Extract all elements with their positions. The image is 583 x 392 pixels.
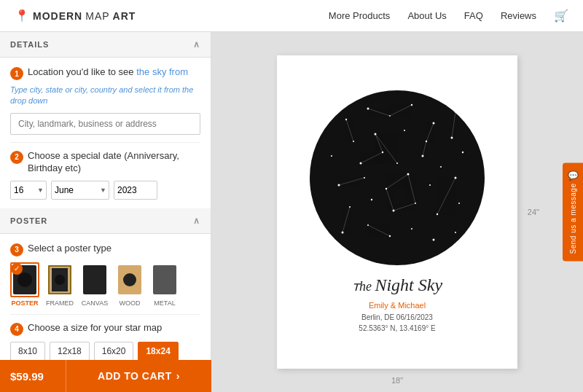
svg-point-46 xyxy=(455,232,456,233)
location-input[interactable] xyxy=(10,113,200,135)
poster-type-canvas-img xyxy=(80,262,109,297)
svg-line-60 xyxy=(343,207,350,232)
main-nav: More Products About Us FAQ Reviews 🛒 xyxy=(329,9,568,23)
details-section-header[interactable]: DETAILS ∧ xyxy=(0,32,211,58)
step2-number: 2 xyxy=(10,151,23,164)
svg-point-44 xyxy=(411,228,412,230)
svg-line-49 xyxy=(375,134,397,163)
poster-type-wood-label: WOOD xyxy=(120,299,141,307)
svg-line-61 xyxy=(368,225,390,236)
svg-point-36 xyxy=(371,199,372,200)
logo-text-modern: MODERN xyxy=(33,10,82,22)
poster-type-canvas-label: CANVAS xyxy=(82,299,108,307)
svg-line-52 xyxy=(423,141,426,156)
svg-point-28 xyxy=(462,152,463,153)
left-panel: DETAILS ∧ 1 Location you'd like to see t… xyxy=(0,32,211,392)
poster-mini-canvas xyxy=(83,265,106,294)
svg-line-54 xyxy=(386,174,408,189)
add-to-cart-arrow: › xyxy=(176,370,180,382)
svg-line-50 xyxy=(361,152,383,163)
location-hint: Type city, state or city, country and se… xyxy=(10,85,200,107)
poster-mini-framed-inner xyxy=(52,268,68,291)
svg-line-59 xyxy=(437,178,455,214)
poster-type-poster[interactable]: ✓ POSTER xyxy=(10,262,39,307)
poster-title-text: ᴛhe Night Sky xyxy=(352,275,442,295)
step3-number: 3 xyxy=(10,243,23,256)
main-layout: DETAILS ∧ 1 Location you'd like to see t… xyxy=(0,32,583,392)
poster-mini-circle xyxy=(17,273,32,287)
step3-text: Select a poster type xyxy=(28,243,111,255)
step1-label: 1 Location you'd like to see the sky fro… xyxy=(10,66,200,80)
svg-line-51 xyxy=(375,134,383,152)
poster-preview: ᴛhe Night Sky Emily & Michael Berlin, DE… xyxy=(277,55,517,369)
poster-title-night-sky: Night Sky xyxy=(375,275,442,294)
svg-point-27 xyxy=(440,166,442,168)
svg-line-58 xyxy=(339,178,364,185)
constellation-svg xyxy=(310,90,485,265)
poster-mini-wood xyxy=(118,265,141,294)
header: 📍 MODERN MAP ART More Products About Us … xyxy=(0,0,583,32)
day-select[interactable]: 16 xyxy=(10,181,47,200)
chat-sidebar[interactable]: 💬 Send us a message xyxy=(563,163,583,262)
poster-type-wood-img xyxy=(115,262,144,297)
step2-text: Choose a special date (Anniversary, Birt… xyxy=(28,150,200,175)
svg-point-33 xyxy=(429,184,431,186)
size-18x24[interactable]: 18x24 xyxy=(138,342,178,361)
month-select-wrap: June ▼ xyxy=(51,181,109,200)
nav-reviews[interactable]: Reviews xyxy=(501,10,536,21)
chat-icon: 💬 xyxy=(568,170,579,181)
step4-number: 4 xyxy=(10,323,23,336)
poster-subtitle-name: Emily & Michael xyxy=(369,299,426,312)
svg-line-63 xyxy=(452,112,455,138)
size-8x10[interactable]: 8x10 xyxy=(10,342,45,361)
svg-line-56 xyxy=(394,203,415,211)
poster-type-wood[interactable]: WOOD xyxy=(115,262,144,307)
svg-point-45 xyxy=(433,239,435,241)
step1-text: Location you'd like to see the sky from xyxy=(28,66,188,79)
nav-faq[interactable]: FAQ xyxy=(464,10,483,21)
add-to-cart-button[interactable]: ADD TO CART › xyxy=(66,360,211,392)
cart-icon[interactable]: 🛒 xyxy=(554,9,568,23)
nav-about-us[interactable]: About Us xyxy=(407,10,446,21)
poster-subtitle-location: Berlin, DE 06/16/2023 xyxy=(361,312,433,323)
svg-line-57 xyxy=(408,174,415,203)
poster-title-the: ᴛhe xyxy=(352,279,375,294)
day-select-wrap: 16 ▼ xyxy=(10,181,47,200)
poster-type-framed[interactable]: FRAMED xyxy=(45,262,74,307)
right-panel: ᴛhe Night Sky Emily & Michael Berlin, DE… xyxy=(211,32,583,392)
step1-number: 1 xyxy=(10,67,23,80)
wood-mini-circle xyxy=(123,273,136,286)
chat-label: Send us a message xyxy=(569,184,577,254)
svg-line-62 xyxy=(346,119,353,141)
poster-type-metal-img xyxy=(150,262,179,297)
price-bar: $59.99 ADD TO CART › xyxy=(0,360,211,392)
size-12x18[interactable]: 12x18 xyxy=(50,342,90,361)
details-section-body: 1 Location you'd like to see the sky fro… xyxy=(0,58,211,208)
dimension-height-label: 24" xyxy=(528,208,539,216)
poster-types: ✓ POSTER xyxy=(10,262,200,307)
poster-type-poster-label: POSTER xyxy=(11,299,38,307)
poster-type-poster-img: ✓ xyxy=(10,262,39,297)
svg-line-47 xyxy=(368,109,390,116)
poster-mini-metal xyxy=(153,265,176,294)
poster-type-metal[interactable]: METAL xyxy=(150,262,179,307)
svg-line-55 xyxy=(386,189,394,211)
poster-subtitle-coords: 52.5363° N, 13.4169° E xyxy=(359,323,435,334)
poster-title: POSTER xyxy=(10,216,47,225)
logo-pin-icon: 📍 xyxy=(15,9,30,23)
logo-text-map: MAP xyxy=(85,10,109,22)
poster-type-canvas[interactable]: CANVAS xyxy=(80,262,109,307)
star-circle xyxy=(310,90,485,265)
price-label: $59.99 xyxy=(0,370,66,383)
svg-line-48 xyxy=(390,105,412,116)
poster-chevron-icon: ∧ xyxy=(193,216,200,226)
poster-section-header[interactable]: POSTER ∧ xyxy=(0,208,211,234)
svg-line-53 xyxy=(426,123,434,141)
month-select[interactable]: June xyxy=(51,181,109,200)
details-title: DETAILS xyxy=(10,40,49,49)
nav-more-products[interactable]: More Products xyxy=(329,10,391,21)
framed-mini-circle xyxy=(55,275,65,285)
size-16x20[interactable]: 16x20 xyxy=(94,342,134,361)
logo-text-art: ART xyxy=(113,10,136,22)
year-input[interactable] xyxy=(114,181,157,200)
